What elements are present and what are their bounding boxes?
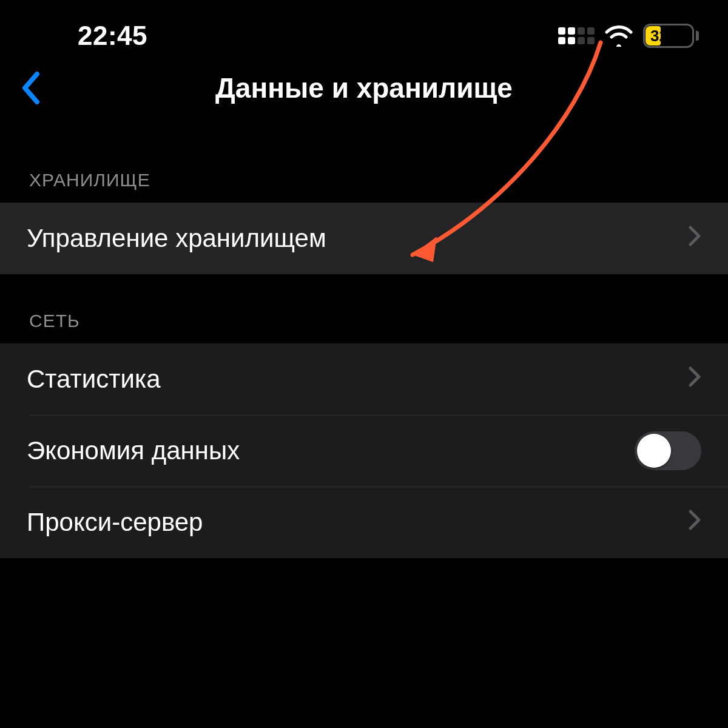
cellular-signal-icon	[558, 27, 595, 44]
chevron-right-icon	[688, 224, 701, 253]
chevron-right-icon	[688, 508, 701, 537]
status-bar: 22:45 32	[0, 0, 728, 55]
section-header-storage: ХРАНИЛИЩЕ	[0, 170, 728, 203]
row-statistics[interactable]: Статистика	[0, 343, 728, 415]
row-proxy[interactable]: Прокси-сервер	[0, 487, 728, 558]
row-label: Статистика	[27, 365, 161, 394]
chevron-right-icon	[688, 365, 701, 394]
section-storage: ХРАНИЛИЩЕ Управление хранилищем	[0, 170, 728, 274]
wifi-icon	[604, 25, 633, 47]
chevron-left-icon	[20, 72, 41, 104]
row-manage-storage[interactable]: Управление хранилищем	[0, 203, 728, 274]
battery-icon: 32	[643, 24, 699, 48]
row-label: Управление хранилищем	[27, 224, 326, 253]
data-saver-toggle[interactable]	[635, 431, 701, 470]
row-label: Экономия данных	[27, 436, 240, 465]
row-data-saver[interactable]: Экономия данных	[0, 415, 728, 487]
battery-level: 32	[645, 25, 692, 46]
section-header-network: СЕТЬ	[0, 311, 728, 343]
status-indicators: 32	[558, 24, 699, 48]
page-title: Данные и хранилище	[0, 72, 728, 104]
back-button[interactable]	[12, 70, 49, 106]
row-label: Прокси-сервер	[27, 508, 203, 537]
status-time: 22:45	[78, 21, 147, 51]
nav-header: Данные и хранилище	[0, 55, 728, 121]
section-network: СЕТЬ Статистика Экономия данных Прокси-с…	[0, 311, 728, 558]
toggle-knob	[637, 434, 671, 468]
